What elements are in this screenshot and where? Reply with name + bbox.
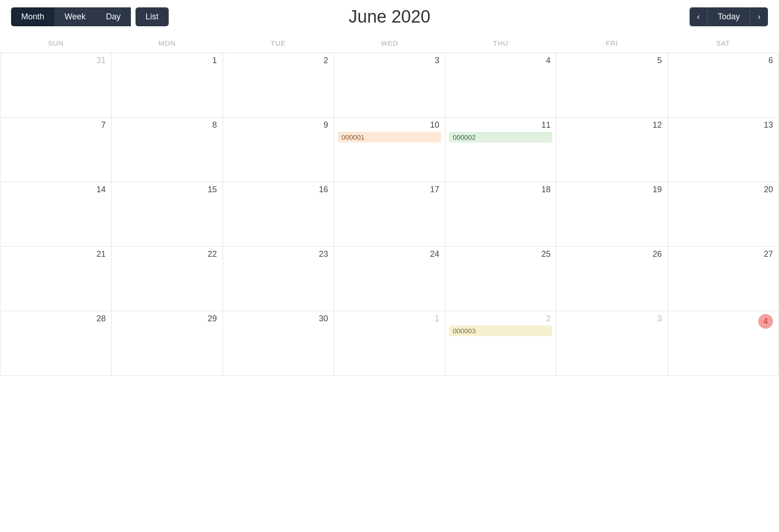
day-number: 17 bbox=[338, 185, 441, 195]
today-badge: 4 bbox=[758, 314, 773, 329]
day-number: 30 bbox=[227, 314, 330, 324]
day-number: 5 bbox=[560, 56, 663, 65]
day-number: 3 bbox=[560, 314, 663, 324]
day-number: 23 bbox=[227, 249, 330, 259]
header-thu: THU bbox=[445, 34, 556, 53]
view-buttons-group: Month Week Day List bbox=[11, 7, 169, 26]
cell-week1-day1[interactable]: 1 bbox=[112, 53, 223, 118]
cell-week1-day2[interactable]: 2 bbox=[223, 53, 334, 118]
day-number: 7 bbox=[4, 120, 107, 130]
month-view-button[interactable]: Month bbox=[11, 7, 54, 26]
day-number: 21 bbox=[4, 249, 107, 259]
cell-week4-day5[interactable]: 26 bbox=[556, 247, 667, 311]
week-view-button[interactable]: Week bbox=[54, 7, 96, 26]
cell-week5-day2[interactable]: 30 bbox=[223, 311, 334, 376]
day-number: 15 bbox=[115, 185, 218, 195]
cell-week1-day0[interactable]: 31 bbox=[0, 53, 112, 118]
day-view-button[interactable]: Day bbox=[96, 7, 131, 26]
week-row-3: 14151617181920 bbox=[0, 182, 779, 247]
event-000003[interactable]: 000003 bbox=[449, 325, 552, 336]
cell-week1-day4[interactable]: 4 bbox=[445, 53, 556, 118]
day-number: 13 bbox=[672, 120, 775, 130]
cell-week4-day2[interactable]: 23 bbox=[223, 247, 334, 311]
cell-week2-day0[interactable]: 7 bbox=[0, 118, 112, 182]
day-number: 20 bbox=[672, 185, 775, 195]
cell-week2-day4[interactable]: 11000002 bbox=[445, 118, 556, 182]
day-number: 19 bbox=[560, 185, 663, 195]
day-number: 16 bbox=[227, 185, 330, 195]
cell-week3-day1[interactable]: 15 bbox=[112, 182, 223, 247]
header-tue: TUE bbox=[223, 34, 334, 53]
today-button[interactable]: Today bbox=[707, 7, 750, 26]
cell-week5-day0[interactable]: 28 bbox=[0, 311, 112, 376]
cell-week4-day4[interactable]: 25 bbox=[445, 247, 556, 311]
header-fri: FRI bbox=[556, 34, 667, 53]
day-number: 1 bbox=[115, 56, 218, 65]
week-row-1: 31123456 bbox=[0, 53, 779, 118]
day-number: 14 bbox=[4, 185, 107, 195]
day-number: 22 bbox=[115, 249, 218, 259]
next-button[interactable]: › bbox=[750, 7, 768, 26]
day-number: 27 bbox=[672, 249, 775, 259]
day-number: 31 bbox=[4, 56, 107, 65]
week-row-5: 2829301200000334 bbox=[0, 311, 779, 376]
day-number: 26 bbox=[560, 249, 663, 259]
day-number: 11 bbox=[449, 120, 552, 130]
header-sat: SAT bbox=[667, 34, 779, 53]
cell-week1-day6[interactable]: 6 bbox=[667, 53, 779, 118]
day-number: 8 bbox=[115, 120, 218, 130]
event-000002[interactable]: 000002 bbox=[449, 132, 552, 142]
week-row-4: 21222324252627 bbox=[0, 247, 779, 311]
day-number: 2 bbox=[227, 56, 330, 65]
list-view-button[interactable]: List bbox=[136, 7, 169, 26]
day-number: 3 bbox=[338, 56, 441, 65]
day-number: 9 bbox=[227, 120, 330, 130]
cell-week5-day5[interactable]: 3 bbox=[556, 311, 667, 376]
day-number: 10 bbox=[338, 120, 441, 130]
header-wed: WED bbox=[334, 34, 445, 53]
cell-week4-day0[interactable]: 21 bbox=[0, 247, 112, 311]
cell-week5-day4[interactable]: 2000003 bbox=[445, 311, 556, 376]
cell-week5-day6[interactable]: 4 bbox=[667, 311, 779, 376]
cell-week2-day1[interactable]: 8 bbox=[112, 118, 223, 182]
cell-week3-day5[interactable]: 19 bbox=[556, 182, 667, 247]
today-number: 4 bbox=[672, 314, 775, 329]
cell-week2-day5[interactable]: 12 bbox=[556, 118, 667, 182]
day-number: 29 bbox=[115, 314, 218, 324]
cell-week1-day5[interactable]: 5 bbox=[556, 53, 667, 118]
day-number: 18 bbox=[449, 185, 552, 195]
cell-week4-day3[interactable]: 24 bbox=[334, 247, 445, 311]
cell-week2-day6[interactable]: 13 bbox=[667, 118, 779, 182]
cell-week3-day0[interactable]: 14 bbox=[0, 182, 112, 247]
day-number: 1 bbox=[338, 314, 441, 324]
day-number: 6 bbox=[672, 56, 775, 65]
event-000001[interactable]: 000001 bbox=[338, 132, 441, 142]
day-number: 12 bbox=[560, 120, 663, 130]
cell-week1-day3[interactable]: 3 bbox=[334, 53, 445, 118]
nav-buttons-group: ‹ Today › bbox=[690, 7, 768, 26]
cell-week3-day2[interactable]: 16 bbox=[223, 182, 334, 247]
day-number: 24 bbox=[338, 249, 441, 259]
cell-week5-day3[interactable]: 1 bbox=[334, 311, 445, 376]
calendar-table: SUN MON TUE WED THU FRI SAT 311234567891… bbox=[0, 34, 779, 376]
day-number: 4 bbox=[449, 56, 552, 65]
day-number: 2 bbox=[449, 314, 552, 324]
calendar-title: June 2020 bbox=[348, 7, 431, 27]
day-headers-row: SUN MON TUE WED THU FRI SAT bbox=[0, 34, 779, 53]
week-row-2: 78910000001110000021213 bbox=[0, 118, 779, 182]
header-sun: SUN bbox=[0, 34, 112, 53]
cell-week4-day1[interactable]: 22 bbox=[112, 247, 223, 311]
cell-week3-day6[interactable]: 20 bbox=[667, 182, 779, 247]
day-number: 25 bbox=[449, 249, 552, 259]
cell-week2-day2[interactable]: 9 bbox=[223, 118, 334, 182]
cell-week4-day6[interactable]: 27 bbox=[667, 247, 779, 311]
cell-week5-day1[interactable]: 29 bbox=[112, 311, 223, 376]
cell-week3-day4[interactable]: 18 bbox=[445, 182, 556, 247]
cell-week2-day3[interactable]: 10000001 bbox=[334, 118, 445, 182]
cell-week3-day3[interactable]: 17 bbox=[334, 182, 445, 247]
prev-button[interactable]: ‹ bbox=[690, 7, 707, 26]
day-number: 28 bbox=[4, 314, 107, 324]
header-mon: MON bbox=[112, 34, 223, 53]
